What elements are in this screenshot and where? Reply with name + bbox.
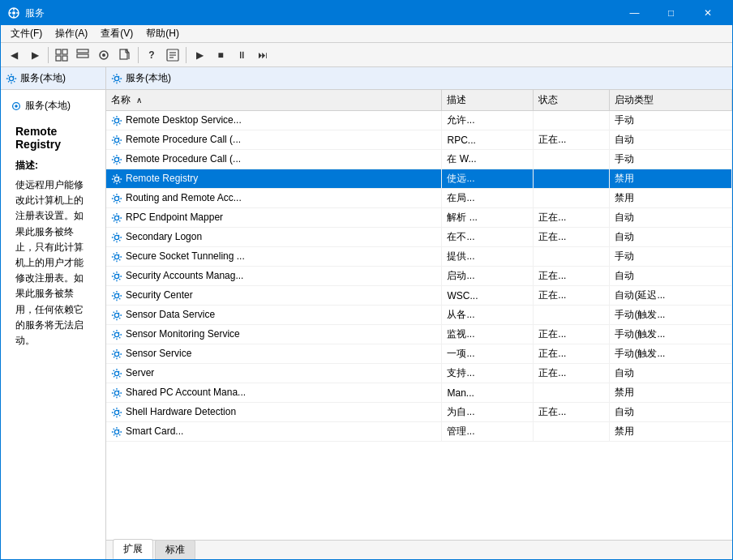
svg-point-41 (114, 430, 118, 434)
selected-service-desc-text: 使远程用户能修改此计算机上的注册表设置。如果此服务被终止，只有此计算机上的用户才… (15, 177, 91, 348)
svg-point-29 (114, 196, 118, 200)
table-row[interactable]: Shell Hardware Detection为自...正在...自动 (106, 403, 732, 422)
toolbar: ◀ ▶ (1, 43, 732, 67)
service-gear-icon (111, 135, 122, 146)
svg-point-35 (114, 313, 118, 317)
table-row[interactable]: Routing and Remote Acc...在局...禁用 (106, 189, 732, 208)
svg-point-23 (15, 105, 18, 108)
service-status-cell: 正在... (534, 286, 610, 306)
service-status-cell (534, 150, 610, 169)
service-desc-cell: 在 W... (442, 150, 534, 169)
col-header-startup[interactable]: 启动类型 (610, 90, 732, 111)
table-row[interactable]: Smart Card...管理...禁用 (106, 422, 732, 442)
minimize-button[interactable]: — (616, 1, 653, 25)
service-status-cell: 正在... (534, 364, 610, 383)
close-button[interactable]: ✕ (689, 1, 726, 25)
service-status-cell (534, 422, 610, 442)
refresh-button[interactable] (94, 45, 114, 65)
service-desc-cell: 在局... (442, 189, 534, 208)
back-button[interactable]: ◀ (4, 45, 24, 65)
stop-button[interactable]: ■ (211, 45, 230, 65)
service-gear-icon (111, 407, 122, 418)
tab-standard[interactable]: 标准 (155, 540, 195, 559)
table-row[interactable]: Sensor Data Service从各...手动(触发... (106, 306, 732, 325)
services-table[interactable]: 名称 ∧ 描述 状态 启动类型 Remote Desktop Service..… (106, 90, 732, 540)
service-gear-icon (111, 212, 122, 224)
svg-point-26 (114, 138, 118, 142)
service-name-cell: Sensor Service (106, 344, 442, 364)
service-startup-cell: 自动 (610, 364, 732, 383)
service-startup-cell: 自动 (610, 403, 732, 422)
properties-button[interactable] (163, 45, 182, 65)
service-status-cell: 正在... (534, 130, 610, 150)
menu-help[interactable]: 帮助(H) (139, 25, 186, 42)
table-row[interactable]: Remote Procedure Call (... RPC...正在...自动 (106, 130, 732, 150)
svg-point-1 (12, 11, 15, 15)
table-row[interactable]: Server支持...正在...自动 (106, 364, 732, 383)
service-gear-icon (111, 193, 122, 204)
selected-service-desc-label: 描述: (15, 159, 91, 173)
col-header-desc[interactable]: 描述 (442, 90, 534, 111)
view-button[interactable] (73, 45, 92, 65)
menu-view[interactable]: 查看(V) (94, 25, 139, 42)
tree-item-label: 服务(本地) (25, 99, 71, 113)
service-gear-icon (111, 329, 122, 340)
service-desc-cell: 使远... (442, 169, 534, 189)
service-name-cell: Remote Procedure Call (... (106, 130, 442, 150)
table-row[interactable]: Remote Registry使远...禁用 (106, 169, 732, 189)
export-button[interactable] (115, 45, 135, 65)
restart-button[interactable]: ⏭ (253, 45, 272, 65)
table-row[interactable]: Security CenterWSC...正在...自动(延迟... (106, 286, 732, 306)
col-header-status[interactable]: 状态 (534, 90, 610, 111)
svg-rect-11 (77, 54, 88, 58)
service-gear-icon (111, 310, 122, 321)
service-status-cell: 正在... (534, 403, 610, 422)
service-desc-cell: 支持... (442, 364, 534, 383)
pause-button[interactable]: ⏸ (232, 45, 251, 65)
service-startup-cell: 手动 (610, 111, 732, 130)
svg-rect-14 (120, 49, 127, 59)
service-name-cell: Routing and Remote Acc... (106, 189, 442, 208)
maximize-button[interactable]: □ (653, 1, 689, 25)
table-row[interactable]: Remote Desktop Service...允许...手动 (106, 111, 732, 130)
tree-item-local[interactable]: 服务(本地) (7, 96, 99, 115)
service-name-cell: Remote Registry (106, 169, 442, 189)
table-row[interactable]: Sensor Monitoring Service监视...正在...手动(触发… (106, 325, 732, 344)
svg-point-27 (114, 157, 118, 161)
service-desc-cell: 启动... (442, 267, 534, 286)
forward-button[interactable]: ▶ (25, 45, 45, 65)
table-row[interactable]: Shared PC Account Mana...Man...禁用 (106, 383, 732, 403)
table-row[interactable]: Security Accounts Manag...启动...正在...自动 (106, 267, 732, 286)
service-startup-cell: 禁用 (610, 383, 732, 403)
toolbar-separator-2 (138, 47, 139, 63)
tab-extended[interactable]: 扩展 (113, 539, 153, 559)
services-icon (6, 73, 17, 84)
table-row[interactable]: Sensor Service一项...正在...手动(触发... (106, 344, 732, 364)
svg-point-30 (114, 216, 118, 220)
table-row[interactable]: Secure Socket Tunneling ...提供...手动 (106, 247, 732, 267)
service-gear-icon (111, 271, 122, 282)
service-startup-cell: 手动(触发... (610, 306, 732, 325)
menu-file[interactable]: 文件(F) (4, 25, 49, 42)
app-icon (7, 6, 20, 19)
service-startup-cell: 自动 (610, 208, 732, 228)
service-gear-icon (111, 232, 122, 243)
service-status-cell: 正在... (534, 228, 610, 247)
table-row[interactable]: RPC Endpoint Mapper解析 ...正在...自动 (106, 208, 732, 228)
table-row[interactable]: Secondary Logon在不...正在...自动 (106, 228, 732, 247)
service-status-cell (534, 306, 610, 325)
service-desc-cell: Man... (442, 383, 534, 403)
show-hide-button[interactable] (52, 45, 71, 65)
help-button[interactable]: ? (142, 45, 161, 65)
col-header-name[interactable]: 名称 ∧ (106, 90, 442, 111)
svg-point-32 (114, 254, 118, 259)
service-desc-cell: 从各... (442, 306, 534, 325)
service-gear-icon (111, 115, 122, 126)
menu-action[interactable]: 操作(A) (49, 25, 94, 42)
left-panel-header: 服务(本地) (1, 67, 105, 90)
service-status-cell: 正在... (534, 208, 610, 228)
play-button[interactable]: ▶ (190, 45, 209, 65)
svg-point-37 (114, 352, 118, 356)
service-name-cell: Shared PC Account Mana... (106, 383, 442, 403)
table-row[interactable]: Remote Procedure Call (... 在 W...手动 (106, 150, 732, 169)
